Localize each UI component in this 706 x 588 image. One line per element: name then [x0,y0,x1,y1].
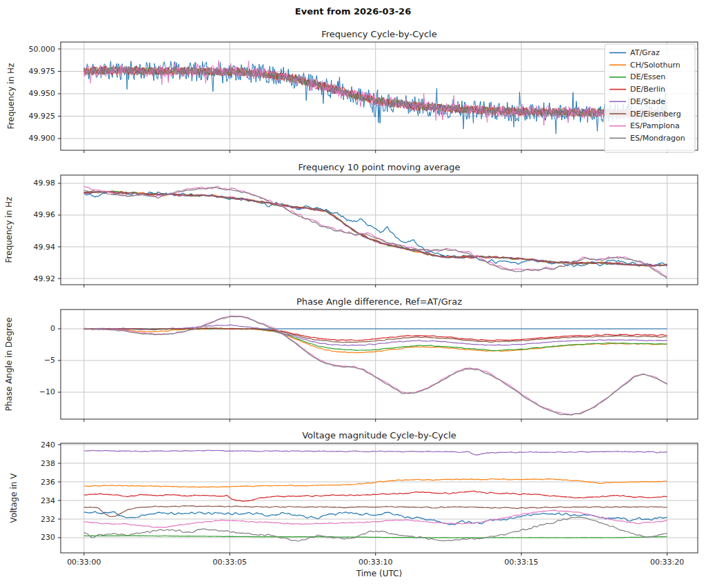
y-axis-label: Frequency in Hz [6,63,16,130]
y-axis-label: Phase Angle in Degree [4,317,14,411]
legend-label: DE/Stade [630,97,665,106]
ytick-label: 234 [41,496,55,505]
legend-label: ES/Pamplona [630,121,680,130]
legend: AT/GrazCH/SolothurnDE/EssenDE/BerlinDE/S… [605,44,695,152]
legend-label: AT/Graz [630,48,660,57]
axes-box [61,310,698,419]
panel-voltage-magnitude: 23023223423623824000:33:0000:33:0500:33:… [9,430,698,567]
ytick-label: 49.925 [29,112,56,121]
figure-canvas: 49.90049.92549.95049.97550.000Frequency … [0,0,706,588]
ytick-label: 232 [41,515,55,524]
panel-title: Phase Angle difference, Ref=AT/Graz [296,296,462,307]
ytick-label: 0 [50,324,55,333]
axes-box [61,42,698,150]
panel-frequency-cycle-by-cycle: 49.90049.92549.95049.97550.000Frequency … [6,29,698,153]
x-axis-label: Time (UTC) [356,569,402,578]
grid-phase-angle-difference [61,310,698,419]
legend-label: DE/Berlin [630,85,665,94]
xtick-label: 00:33:15 [504,558,538,567]
ytick-label: 230 [41,533,55,542]
ytick-label: −10 [39,387,55,396]
ytick-label: 238 [41,459,55,468]
ytick-label: 49.96 [34,210,56,219]
axes-box [61,175,698,285]
y-axis-label: Frequency in Hz [4,197,14,263]
ytick-label: 49.975 [29,67,56,76]
xtick-label: 00:33:05 [213,558,247,567]
legend-label: DE/Essen [630,72,665,81]
panel-title: Frequency 10 point moving average [298,162,460,172]
panel-phase-angle-difference: −10−50Phase Angle difference, Ref=AT/Gra… [4,296,698,422]
panel-title: Frequency Cycle-by-Cycle [321,29,436,39]
ytick-label: −5 [44,356,55,365]
figure-title: Event from 2026-03-26 [0,6,706,17]
grid-frequency-cycle-by-cycle [61,42,698,150]
legend-label: ES/Mondragon [630,134,685,143]
ytick-label: 49.900 [29,134,56,143]
xtick-label: 00:33:10 [359,558,392,567]
ytick-label: 49.950 [29,89,56,98]
ytick-label: 49.94 [34,243,56,252]
legend-label: CH/Solothurn [630,61,680,70]
panel-title: Voltage magnitude Cycle-by-Cycle [302,430,456,440]
ytick-label: 49.98 [34,179,56,187]
y-axis-label: Voltage in V [9,473,19,523]
xtick-label: 00:33:00 [67,558,101,567]
ytick-label: 49.92 [34,274,56,283]
ytick-label: 236 [41,478,55,487]
figure: Event from 2026-03-26 49.90049.92549.950… [0,0,706,588]
xtick-label: 00:33:20 [650,558,684,567]
legend-label: DE/Eisenberg [630,110,681,119]
grid-frequency-moving-average [61,175,698,285]
ytick-label: 50.000 [29,45,56,54]
panel-frequency-moving-average: 49.9249.9449.9649.98Frequency 10 point m… [4,162,698,287]
ytick-label: 240 [41,440,55,449]
